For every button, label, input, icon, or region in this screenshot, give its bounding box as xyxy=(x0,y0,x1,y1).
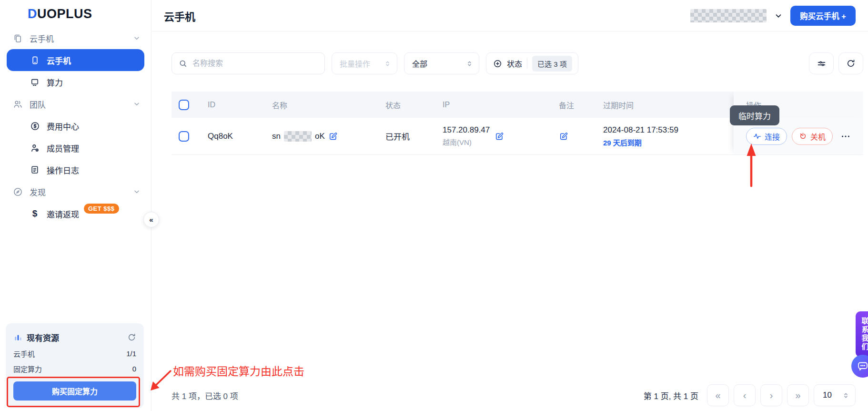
cell-status: 已开机 xyxy=(385,118,443,154)
all-select-label: 全部 xyxy=(412,58,427,69)
sidebar-item-members[interactable]: 成员管理 xyxy=(0,137,151,159)
member-gear-icon xyxy=(30,143,40,153)
chevron-down-icon[interactable] xyxy=(133,34,141,42)
shutdown-button[interactable]: 关机 xyxy=(792,128,833,145)
sidebar-item-cloud-phone-wrap: 云手机 xyxy=(0,49,151,71)
cell-note xyxy=(558,118,603,154)
edit-note-icon[interactable] xyxy=(559,132,568,141)
get-money-badge: GET $$$ xyxy=(84,204,119,214)
sidebar-collapse-button[interactable]: « xyxy=(143,212,159,227)
search-box[interactable] xyxy=(172,52,325,74)
cell-id: Qq8oK xyxy=(208,118,272,154)
name-masked xyxy=(284,131,312,142)
sidebar-item-cloud-phone[interactable]: 云手机 xyxy=(7,49,144,71)
column-header-status: 状态 xyxy=(385,92,443,118)
resources-refresh-icon[interactable] xyxy=(127,333,136,342)
sidebar-item-compute[interactable]: 算力 xyxy=(0,71,151,93)
column-header-name: 名称 xyxy=(272,92,385,118)
page-info: 第 1 页, 共 1 页 xyxy=(644,390,698,401)
brand-logo[interactable]: DUOPLUS xyxy=(0,0,151,21)
search-input[interactable] xyxy=(192,59,318,68)
page-size-select[interactable]: 10 xyxy=(814,384,856,406)
sidebar-item-label: 算力 xyxy=(47,76,63,88)
compute-icon xyxy=(30,77,40,87)
sidebar-item-label: 邀请返现 xyxy=(47,208,79,220)
logo-letter: D xyxy=(28,7,37,21)
status-filter[interactable]: 状态 已选 3 项 xyxy=(486,52,578,74)
first-page-button[interactable]: « xyxy=(707,384,729,406)
chevron-down-icon[interactable] xyxy=(133,188,141,195)
sidebar-item-logs[interactable]: 操作日志 xyxy=(0,159,151,181)
resources-card: 现有资源 云手机 1/1 固定算力 0 购买固定算力 xyxy=(6,323,144,408)
edit-ip-icon[interactable] xyxy=(495,132,504,141)
column-header-id: ID xyxy=(208,92,272,118)
chevron-down-icon[interactable] xyxy=(133,100,141,108)
select-chevrons-icon xyxy=(466,60,473,67)
row-checkbox[interactable] xyxy=(179,131,189,142)
page-size-value: 10 xyxy=(823,390,832,400)
content-area: 批量操作 全部 状态 已选 3 xyxy=(151,31,868,155)
sidebar-group-discover[interactable]: 发现 xyxy=(0,181,151,203)
sliders-icon xyxy=(817,59,827,69)
column-settings-button[interactable] xyxy=(809,52,834,74)
resource-value: 0 xyxy=(132,365,136,373)
bar-chart-icon xyxy=(13,332,23,342)
batch-action-select[interactable]: 批量操作 xyxy=(332,52,397,74)
red-arrow-to-connect xyxy=(741,142,761,191)
buy-fixed-compute-button[interactable]: 购买固定算力 xyxy=(13,381,136,401)
table-footer: 共 1 项，已选 0 项 第 1 页, 共 1 页 « ‹ › » 10 xyxy=(172,384,856,406)
connect-label: 连接 xyxy=(765,131,780,142)
buy-fixed-compute-wrap: 购买固定算力 xyxy=(13,381,136,401)
logo-text: UOPLUS xyxy=(37,7,92,21)
top-header: 云手机 购买云手机 + xyxy=(151,0,868,31)
dollar-icon: $ xyxy=(30,208,40,219)
account-name-masked[interactable] xyxy=(690,9,767,22)
ip-address: 157.20.89.47 xyxy=(443,125,490,135)
sidebar-group-label: 发现 xyxy=(30,186,46,198)
sidebar-item-billing[interactable]: 费用中心 xyxy=(0,115,151,137)
status-all-select[interactable]: 全部 xyxy=(404,52,479,74)
chat-icon xyxy=(857,360,868,372)
pagination: 第 1 页, 共 1 页 « ‹ › » 10 xyxy=(644,384,856,406)
sidebar-group-label: 团队 xyxy=(30,98,46,110)
sidebar-group-cloud-phone[interactable]: 云手机 xyxy=(0,27,151,49)
resource-value: 1/1 xyxy=(126,349,136,358)
phone-icon xyxy=(30,55,40,65)
sidebar-group-label: 云手机 xyxy=(30,32,54,44)
shutdown-label: 关机 xyxy=(810,131,826,142)
name-suffix: oK xyxy=(315,132,325,141)
sidebar-group-team[interactable]: 团队 xyxy=(0,93,151,115)
table-toolbar: 批量操作 全部 状态 已选 3 xyxy=(172,52,863,74)
resources-title: 现有资源 xyxy=(27,331,59,343)
select-all-checkbox[interactable] xyxy=(179,100,189,110)
contact-us-tab[interactable]: 联系我们 xyxy=(856,311,868,357)
refresh-button[interactable] xyxy=(838,52,863,74)
resource-label: 固定算力 xyxy=(13,364,42,374)
sidebar-item-label: 成员管理 xyxy=(47,142,79,154)
sidebar-item-label: 费用中心 xyxy=(47,120,79,132)
sidebar: DUOPLUS 云手机 云手机 xyxy=(0,0,151,411)
items-summary: 共 1 项，已选 0 项 xyxy=(172,390,238,401)
more-actions-button[interactable] xyxy=(840,131,851,142)
log-document-icon xyxy=(30,164,40,175)
app-root: DUOPLUS 云手机 云手机 xyxy=(0,0,868,411)
temp-compute-tooltip: 临时算力 xyxy=(730,105,779,125)
sidebar-item-referral[interactable]: $ 邀请返现 GET $$$ xyxy=(0,203,151,225)
last-page-button[interactable]: » xyxy=(787,384,809,406)
prev-page-button[interactable]: ‹ xyxy=(734,384,756,406)
select-chevrons-icon xyxy=(842,392,849,399)
main-area: 云手机 购买云手机 + 批量操作 xyxy=(151,0,868,411)
divider xyxy=(527,58,527,69)
expire-time: 2024-08-21 17:53:59 xyxy=(603,125,678,135)
team-icon xyxy=(12,99,23,109)
account-chevron-down-icon[interactable] xyxy=(774,11,783,20)
edit-name-icon[interactable] xyxy=(328,132,338,141)
cloud-phone-group-icon xyxy=(12,33,23,43)
expire-hint: 29 天后到期 xyxy=(603,137,678,147)
batch-action-label: 批量操作 xyxy=(340,58,370,69)
ip-region: 越南(VN) xyxy=(443,137,490,147)
buy-cloud-phone-button[interactable]: 购买云手机 + xyxy=(790,6,856,26)
next-page-button[interactable]: › xyxy=(760,384,782,406)
plus-circle-icon xyxy=(493,59,502,68)
power-off-icon xyxy=(799,132,807,140)
